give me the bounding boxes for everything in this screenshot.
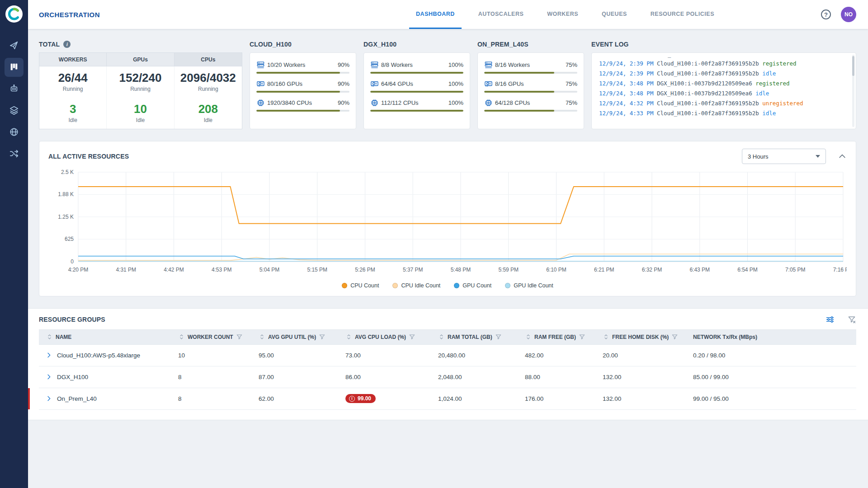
column-header-ram-total-gb[interactable]: RAM TOTAL (GB) [434,333,521,340]
cell-free-home-disk: 132.00 [599,395,689,402]
resource-card-section: ON_PREM_L40S 8/16 Workers75%8/16 GPUs75%… [477,41,584,129]
stat-label: 64/64 GPUs [381,80,448,87]
legend-item[interactable]: CPU Idle Count [392,282,440,289]
app-logo[interactable] [5,5,23,23]
sort-icon[interactable] [178,333,185,340]
sort-icon[interactable] [438,333,445,340]
filter-icon[interactable] [319,333,326,340]
sort-icon[interactable] [259,333,265,340]
svg-text:5:15 PM: 5:15 PM [307,267,327,273]
column-header-avg-cpu-load[interactable]: AVG CPU LOAD (%) [342,333,434,340]
svg-text:6:10 PM: 6:10 PM [546,267,566,273]
tab-dashboard[interactable]: DASHBOARD [409,0,462,29]
main-area: ORCHESTRATION DASHBOARDAUTOSCALERSWORKER… [28,0,868,488]
summary-row: TOTAL i WORKERSGPUsCPUs26/44Running152/2… [39,41,856,129]
help-icon[interactable]: ? [821,9,831,19]
cell-ram-free: 176.00 [521,395,599,402]
columns-icon [9,62,19,73]
event-log-section: EVENT LOG – 12/9/24, 2:39 PM Cloud_H100:… [591,41,856,129]
info-icon[interactable]: i [63,41,71,48]
column-header-free-home-disk[interactable]: FREE HOME DISK (%) [599,333,689,340]
filter-icon[interactable] [236,333,243,340]
stat-label: 8/16 GPUs [495,80,566,87]
stat-label: 10/20 Workers [267,61,338,68]
filter-icon[interactable] [495,333,502,340]
sort-icon[interactable] [46,333,53,340]
cell-network-tx-rx: 0.20 / 98.00 [689,352,856,359]
tab-autoscalers[interactable]: AUTOSCALERS [472,0,530,29]
expand-chevron-icon[interactable] [45,352,52,359]
sidebar-item-rocket[interactable] [5,36,24,55]
stat-row: 8/16 Workers75% [484,57,577,76]
stat-percent: 75% [566,61,577,68]
sidebar-item-robot[interactable] [5,80,24,99]
sort-icon[interactable] [603,333,609,340]
expand-chevron-icon[interactable] [45,373,52,380]
log-status: registered [762,60,796,67]
cell-ram-free: 482.00 [521,352,599,359]
log-timestamp: 12/9/24, 2:39 PM [599,70,653,77]
table-row[interactable]: Cloud_H100:AWS-p5.48xlarge1095.0073.0020… [39,345,856,366]
clear-filters-icon[interactable] [847,315,856,324]
sort-icon[interactable] [345,333,352,340]
gpu-icon [256,80,267,88]
column-header-ram-free-gb[interactable]: RAM FREE (GB) [521,333,599,340]
sidebar-item-shuffle[interactable] [5,145,24,164]
svg-text:4:53 PM: 4:53 PM [212,267,232,273]
time-range-select[interactable]: 3 Hours [742,149,826,164]
column-settings-icon[interactable] [826,315,835,324]
event-log-scrollbar[interactable] [852,55,854,127]
legend-item[interactable]: GPU Idle Count [505,282,553,289]
collapse-chevron-icon[interactable] [838,152,847,161]
svg-text:7:16 PM: 7:16 PM [833,267,847,273]
log-status: unregistered [762,100,803,107]
column-label: NETWORK Tx/Rx (MBps) [693,334,757,340]
svg-text:6:32 PM: 6:32 PM [642,267,662,273]
log-entity: DGX_H100:i-0037b9d2120509ea6 [657,90,752,97]
app-root: ORCHESTRATION DASHBOARDAUTOSCALERSWORKER… [0,0,868,488]
filter-icon[interactable] [409,333,415,340]
cell-ram-free: 88.00 [521,374,599,380]
svg-text:6:54 PM: 6:54 PM [737,267,758,273]
column-label: AVG CPU LOAD (%) [355,334,406,340]
stat-percent: 90% [338,80,349,87]
cell-avg-gpu-util: 95.00 [255,352,342,359]
column-header-avg-gpu-util[interactable]: AVG GPU UTIL (%) [255,333,342,340]
cell-name: On_Prem_L40 [39,395,175,402]
column-header-worker-count[interactable]: WORKER COUNT [175,333,255,340]
total-running-cell: 26/44Running [39,66,107,98]
filter-icon[interactable] [579,333,585,340]
table-row[interactable]: DGX_H100887.0086.002,048.0088.00132.0085… [39,366,856,388]
rocket-icon [9,40,19,52]
cell-avg-cpu-load: !99.00 [342,394,434,403]
sidebar-item-layers[interactable] [5,101,24,120]
table-header-row: NAMEWORKER COUNTAVG GPU UTIL (%)AVG CPU … [39,329,856,345]
sidebar-item-globe[interactable] [5,123,24,142]
avatar[interactable]: NO [841,7,856,22]
log-status: registered [755,80,789,87]
tab-workers[interactable]: WORKERS [540,0,585,29]
cell-ram-total: 20,480.00 [434,352,521,359]
stat-label: 8/8 Workers [381,61,448,68]
legend-item[interactable]: GPU Count [454,282,491,289]
filter-icon[interactable] [671,333,678,340]
tab-queues[interactable]: QUEUES [595,0,634,29]
column-header-name[interactable]: NAME [39,333,175,340]
legend-item[interactable]: CPU Count [342,282,379,289]
total-idle-cell: 3Idle [39,98,107,129]
sort-icon[interactable] [525,333,532,340]
stat-row: 10/20 Workers90% [256,57,349,76]
resource-card: 8/16 Workers75%8/16 GPUs75%64/128 CPUs75… [477,52,584,129]
column-header-network-tx-rx-mbps[interactable]: NETWORK Tx/Rx (MBps) [689,334,856,340]
log-timestamp: 12/9/24, 3:48 PM [599,80,653,87]
legend-dot-icon [342,283,347,288]
tab-resource-policies[interactable]: RESOURCE POLICIES [644,0,721,29]
cpu-icon [370,99,381,107]
dashboard-content: TOTAL i WORKERSGPUsCPUs26/44Running152/2… [28,29,868,488]
expand-chevron-icon[interactable] [45,395,52,402]
sidebar-item-columns[interactable] [5,58,24,77]
table-row[interactable]: On_Prem_L40862.00!99.001,024.00176.00132… [39,388,856,410]
scrollbar-thumb[interactable] [852,56,854,76]
stat-row: 64/128 CPUs75% [484,95,577,114]
cell-worker-count: 8 [175,395,255,402]
